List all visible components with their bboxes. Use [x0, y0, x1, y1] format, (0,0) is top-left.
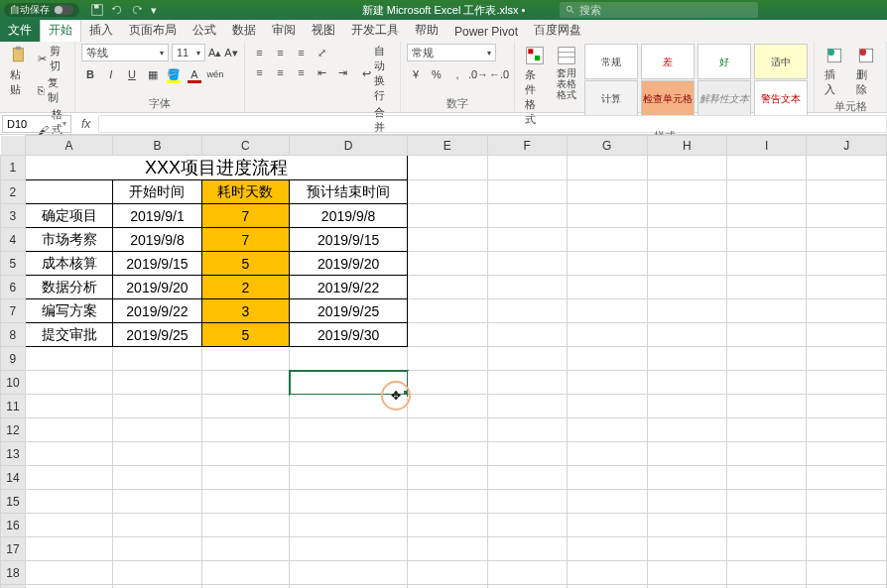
cell[interactable]: 2019/9/22: [290, 276, 408, 299]
tab-powerpivot[interactable]: Power Pivot: [446, 22, 526, 42]
cell[interactable]: [201, 537, 289, 561]
cell[interactable]: [201, 442, 289, 466]
cell[interactable]: [568, 299, 648, 323]
cell[interactable]: [647, 418, 727, 442]
cell[interactable]: [201, 371, 289, 395]
cell[interactable]: [487, 395, 567, 418]
cell[interactable]: [290, 585, 408, 589]
cell[interactable]: [647, 347, 727, 371]
cell[interactable]: [568, 204, 648, 228]
col-header-F[interactable]: F: [487, 136, 567, 156]
cell[interactable]: [290, 466, 408, 490]
col-header-E[interactable]: E: [408, 136, 488, 156]
style-explain[interactable]: 解释性文本: [697, 80, 751, 116]
cell[interactable]: [201, 395, 289, 418]
search-box[interactable]: 搜索: [560, 2, 758, 18]
col-header-G[interactable]: G: [568, 136, 648, 156]
cell[interactable]: [647, 228, 727, 252]
cell[interactable]: [727, 204, 807, 228]
cell[interactable]: [487, 537, 567, 561]
cell[interactable]: [568, 276, 648, 299]
cell[interactable]: [568, 323, 648, 347]
cell[interactable]: [290, 561, 408, 585]
currency-icon[interactable]: ¥: [407, 65, 425, 83]
cell[interactable]: [25, 442, 112, 466]
cell[interactable]: [568, 537, 648, 561]
row-header-5[interactable]: 5: [1, 252, 26, 276]
cut-button[interactable]: ✂剪切: [38, 44, 68, 73]
insert-cells-button[interactable]: 插入: [821, 44, 848, 99]
cell[interactable]: [290, 347, 408, 371]
tab-insert[interactable]: 插入: [81, 19, 121, 42]
tab-view[interactable]: 视图: [304, 19, 343, 42]
cell[interactable]: [647, 180, 727, 204]
cell[interactable]: [25, 347, 112, 371]
align-center-icon[interactable]: ≡: [272, 63, 290, 81]
cell[interactable]: [487, 347, 567, 371]
cell[interactable]: [807, 228, 887, 252]
cell[interactable]: [408, 228, 488, 252]
cell[interactable]: 成本核算: [25, 252, 112, 276]
cell[interactable]: [807, 561, 887, 585]
cell[interactable]: [290, 371, 408, 395]
cell[interactable]: 7: [201, 204, 289, 228]
cell[interactable]: [487, 514, 567, 537]
cell[interactable]: [408, 442, 488, 466]
cell[interactable]: 7: [201, 228, 289, 252]
align-top-icon[interactable]: ≡: [251, 44, 269, 61]
spreadsheet-grid[interactable]: A B C D E F G H I J 1XXX项目进度流程2开始时间耗时天数预…: [0, 135, 887, 588]
cell[interactable]: [487, 204, 567, 228]
tab-help[interactable]: 帮助: [407, 19, 446, 42]
style-neutral[interactable]: 适中: [754, 44, 808, 79]
dec-decimal-icon[interactable]: ←.0: [490, 65, 508, 83]
comma-icon[interactable]: ,: [448, 65, 466, 83]
cell[interactable]: [568, 395, 648, 418]
col-header-H[interactable]: H: [647, 136, 727, 156]
tab-formula[interactable]: 公式: [185, 19, 224, 42]
row-header-19[interactable]: 19: [1, 585, 26, 589]
indent-dec-icon[interactable]: ⇤: [314, 63, 331, 81]
style-good[interactable]: 好: [697, 44, 751, 79]
cell[interactable]: [807, 442, 887, 466]
cell[interactable]: 2019/9/20: [113, 276, 201, 299]
row-header-16[interactable]: 16: [1, 514, 26, 537]
cell[interactable]: [807, 466, 887, 490]
cell[interactable]: [408, 585, 488, 589]
cell[interactable]: [647, 514, 727, 537]
italic-button[interactable]: I: [102, 65, 120, 83]
cell[interactable]: [487, 418, 567, 442]
row-header-9[interactable]: 9: [1, 347, 26, 371]
cell[interactable]: [113, 490, 201, 514]
tab-home[interactable]: 开始: [40, 18, 81, 42]
align-right-icon[interactable]: ≡: [293, 63, 311, 81]
cell[interactable]: 2019/9/25: [290, 299, 408, 323]
paste-button[interactable]: 粘贴: [6, 44, 34, 99]
cell[interactable]: [201, 418, 289, 442]
cell[interactable]: 2019/9/15: [113, 252, 201, 276]
cell[interactable]: [408, 180, 488, 204]
percent-icon[interactable]: %: [428, 65, 445, 83]
tab-file[interactable]: 文件: [0, 19, 40, 42]
cell[interactable]: [727, 442, 807, 466]
cell[interactable]: [25, 585, 112, 589]
cell[interactable]: [25, 371, 112, 395]
cell[interactable]: [807, 490, 887, 514]
cell[interactable]: [647, 490, 727, 514]
cell[interactable]: [113, 442, 201, 466]
style-bad[interactable]: 差: [641, 44, 695, 79]
cell[interactable]: [807, 418, 887, 442]
cell[interactable]: [568, 561, 648, 585]
row-header-11[interactable]: 11: [1, 395, 26, 418]
cell[interactable]: [487, 276, 567, 299]
font-name-select[interactable]: 等线▾: [81, 44, 169, 61]
undo-icon[interactable]: [111, 4, 123, 17]
cell[interactable]: [727, 537, 807, 561]
row-header-1[interactable]: 1: [1, 156, 26, 180]
cell[interactable]: [727, 466, 807, 490]
cell[interactable]: [408, 156, 488, 180]
grow-font-icon[interactable]: A▴: [208, 47, 221, 59]
cell[interactable]: [568, 514, 648, 537]
row-header-12[interactable]: 12: [1, 418, 26, 442]
cell[interactable]: [568, 490, 648, 514]
cell[interactable]: [647, 204, 727, 228]
